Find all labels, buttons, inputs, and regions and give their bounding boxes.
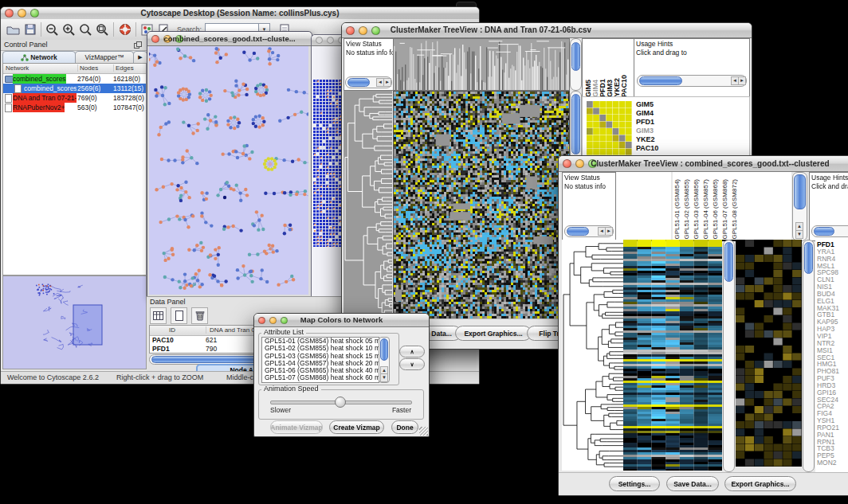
col-network[interactable]: Network	[6, 64, 29, 72]
dialog-titlebar[interactable]: Map Colors to Network	[254, 314, 429, 327]
tv2-row-dendrogram[interactable]	[562, 240, 623, 471]
tv2-zoom-vscrollbar[interactable]	[803, 240, 815, 472]
tv1-export-graphics-button[interactable]: Export Graphics...	[455, 326, 532, 341]
tv2-column-label: GPL51-08 (GSM872)	[730, 179, 740, 240]
network-canvas[interactable]	[149, 46, 308, 295]
tv1-hints-hscrollbar[interactable]: ◄ ►	[637, 75, 747, 87]
speed-slider-thumb[interactable]	[335, 397, 346, 408]
tv1-zoom-matrix[interactable]	[587, 101, 632, 155]
tv2-titlebar[interactable]: ClusterMaker TreeView : combined_scores_…	[559, 156, 848, 172]
tv2-gene-labels[interactable]: PFD1YRA1RNR4MSL1SPC98CLN1NIS1BUD4ELG1MAK…	[815, 240, 848, 472]
network-list-row[interactable]: combined_scores2764(0)16218(0)	[3, 74, 146, 84]
tab-network[interactable]: Network	[2, 51, 76, 64]
tv1-column-labels[interactable]: GIM5GIM4PFD1GIM3YKE2PAC10	[582, 38, 636, 98]
tv2-save-data-button[interactable]: Save Data...	[666, 476, 719, 491]
scrollbar-thumb[interactable]	[347, 78, 370, 87]
tv1-row-dendrogram[interactable]	[344, 91, 392, 319]
adjacency-grid-canvas[interactable]	[313, 80, 344, 247]
save-button[interactable]	[22, 21, 38, 38]
network-view-titlebar[interactable]: combined_scores_good.txt--cluste...	[147, 32, 312, 46]
zoom-out-button[interactable]	[44, 21, 61, 38]
tab-vizmapper[interactable]: VizMapper™	[75, 51, 134, 64]
scrollbar-thumb[interactable]	[639, 76, 682, 85]
network-list-row[interactable]: DNA and Tran 07-21-06b769(0)183728(0)	[3, 93, 146, 103]
network-list-panel: Network Nodes Edges combined_scores2764(…	[2, 63, 147, 275]
network-list-row[interactable]: combined_scores_good2569(6)13112(15)	[3, 84, 146, 93]
tv2-column-label: GPL51-06 (GSM865)	[711, 179, 720, 240]
scrollbar-thumb[interactable]	[804, 242, 813, 274]
tv1-heatmap[interactable]	[393, 91, 570, 321]
attribute-list-item[interactable]: GPL51-08 (GSM872) heat shock 80 min	[262, 382, 379, 383]
tv2-settings-button[interactable]: Settings...	[609, 476, 660, 491]
tv1-zoom-slider[interactable]	[570, 38, 582, 91]
tv2-column-label: GPL51-07 (GSM868)	[720, 179, 730, 240]
new-attribute-button[interactable]	[171, 307, 187, 324]
move-up-button[interactable]: ∧	[399, 346, 425, 357]
tv2-hints-hscrollbar[interactable]	[811, 225, 848, 237]
trash-icon	[195, 311, 205, 321]
scrollbar-thumb[interactable]	[380, 338, 388, 361]
gene-label: MON2	[817, 459, 848, 467]
tv2-status-hscrollbar[interactable]: ◄ ►	[564, 225, 614, 237]
overview-canvas[interactable]	[3, 276, 144, 367]
col-edges[interactable]: Edges	[113, 64, 134, 72]
float-panel-icon[interactable]	[134, 41, 142, 49]
tv2-labels-vscrollbar[interactable]: ▲ ▼	[792, 172, 807, 241]
scrollbar-thumb[interactable]	[794, 174, 806, 209]
close-icon[interactable]	[316, 37, 323, 44]
tv2-column-labels[interactable]: GPL51-01 (GSM854)GPL51-02 (GSM855)GPL51-…	[673, 172, 748, 241]
zoom-actual-button[interactable]	[77, 21, 94, 38]
magnifier-icon	[79, 23, 92, 37]
dp-col-id[interactable]: ID	[169, 326, 175, 334]
network-edges: 16218(0)	[113, 74, 140, 84]
tv1-view-status-panel: View Status No status info for ◄ ►	[344, 38, 394, 91]
scrollbar-thumb[interactable]	[567, 227, 589, 236]
slider-thumb[interactable]	[571, 42, 580, 71]
tv1-row-labels[interactable]: GIM5GIM4PFD1GIM3YKE2PAC10	[636, 100, 658, 153]
help-button[interactable]	[116, 21, 133, 38]
resize-handle[interactable]	[419, 427, 428, 436]
desktop: Cytoscape Desktop (Session Name: collins…	[0, 0, 848, 504]
tv2-heatmap[interactable]	[623, 240, 722, 471]
tv2-column-dendrogram-area[interactable]	[616, 172, 671, 241]
attribute-select-button[interactable]	[150, 307, 167, 324]
control-panel-label: Control Panel	[4, 41, 48, 49]
tv2-zoom-heatmap[interactable]	[736, 240, 802, 467]
scroll-right-icon[interactable]: ►	[738, 76, 746, 85]
tv1-column-dendrogram[interactable]	[393, 38, 570, 91]
network-list-row[interactable]: RNAPuberNov2+563(0)107847(0)	[3, 103, 146, 112]
main-window-title: Cytoscape Desktop (Session Name: collins…	[1, 9, 479, 18]
delete-attribute-button[interactable]	[191, 307, 208, 324]
scroll-down-icon[interactable]: ▼	[795, 230, 803, 239]
tv2-export-graphics-button[interactable]: Export Graphics...	[724, 476, 796, 491]
network-name: combined_scores_good	[24, 84, 77, 93]
zoom-in-button[interactable]	[61, 21, 77, 38]
open-file-button[interactable]	[5, 21, 22, 38]
tab-more-arrow[interactable]: ▶	[133, 51, 147, 64]
scroll-right-icon[interactable]: ►	[605, 227, 613, 236]
scroll-down-icon[interactable]: ▼	[380, 373, 388, 382]
create-vizmap-button[interactable]: Create Vizmap	[329, 420, 384, 434]
main-titlebar[interactable]: Cytoscape Desktop (Session Name: collins…	[1, 7, 479, 20]
scrollbar-thumb[interactable]	[724, 242, 733, 282]
tv1-status-hscrollbar[interactable]: ◄ ►	[345, 76, 392, 88]
network-overview-panel[interactable]	[2, 275, 147, 369]
animate-vizmap-button[interactable]: Animate Vizmap	[270, 420, 323, 434]
scroll-right-icon[interactable]: ►	[383, 78, 391, 87]
view-status-text: No status info	[563, 182, 615, 190]
network-edges: 13112(15)	[113, 84, 143, 93]
done-button[interactable]: Done	[391, 420, 418, 434]
tv1-titlebar[interactable]: ClusterMaker TreeView : DNA and Tran 07-…	[342, 23, 752, 38]
zoom-selected-button[interactable]	[94, 21, 111, 38]
attribute-list-vscrollbar[interactable]: ▲ ▼	[379, 337, 390, 383]
minimize-icon[interactable]	[327, 37, 334, 44]
scrollbar-thumb[interactable]	[571, 94, 580, 154]
scrollbar-thumb[interactable]	[814, 227, 834, 236]
attribute-listbox[interactable]: GPL51-01 (GSM854) heat shock 05 minGPL51…	[261, 337, 379, 383]
tv1-title: ClusterMaker TreeView : DNA and Tran 07-…	[342, 25, 640, 34]
gene-value: 790	[206, 345, 217, 354]
tv2-heatmap-vscrollbar[interactable]	[723, 240, 735, 472]
col-nodes[interactable]: Nodes	[77, 64, 98, 72]
open-folder-icon	[6, 25, 20, 35]
move-down-button[interactable]: ∨	[399, 358, 425, 370]
